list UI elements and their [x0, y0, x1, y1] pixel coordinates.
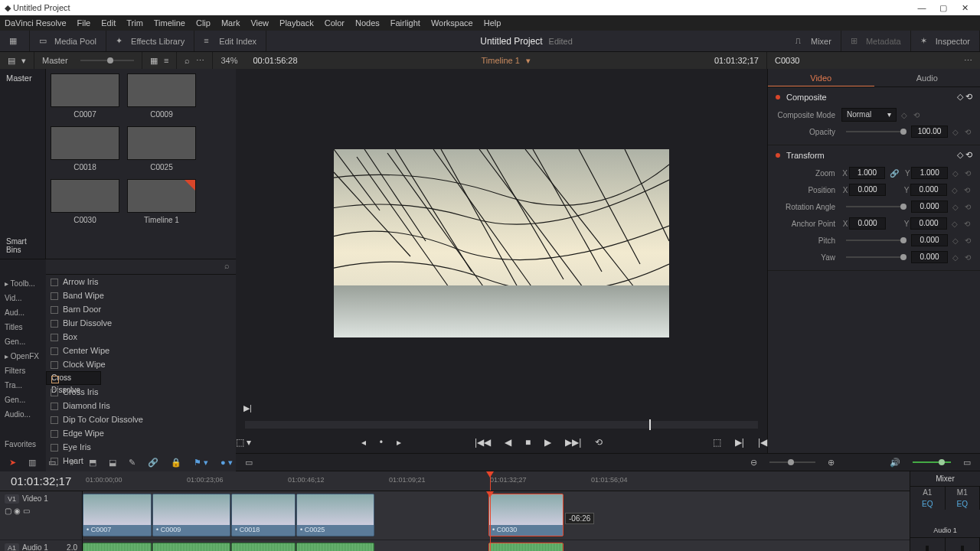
anchor-y[interactable]: 0.000: [910, 217, 947, 230]
fx-cat[interactable]: ▸ OpenFX: [0, 349, 46, 364]
last-frame-icon[interactable]: ▶▶|: [565, 437, 581, 448]
snap-icon[interactable]: ▭: [245, 458, 253, 468]
opacity-value[interactable]: 100.00: [911, 126, 948, 138]
tab-video[interactable]: Video: [768, 69, 874, 86]
mixer-ch-m1[interactable]: M1: [946, 487, 981, 498]
fx-item[interactable]: Eye Iris: [46, 440, 236, 454]
fx-item[interactable]: Edge Wipe: [46, 426, 236, 440]
match-frame-icon[interactable]: ⬚: [713, 437, 721, 448]
pos-y[interactable]: 0.000: [910, 184, 947, 196]
mixer-button[interactable]: ⎍Mixer: [786, 31, 841, 51]
zoom-y[interactable]: 1.000: [911, 167, 948, 179]
play-icon[interactable]: ▶: [544, 437, 551, 448]
menu-fairlight[interactable]: Fairlight: [390, 18, 420, 28]
clip-thumb[interactable]: C0018: [51, 126, 119, 171]
fx-cat[interactable]: Titles: [0, 320, 46, 334]
tab-audio[interactable]: Audio: [874, 69, 981, 86]
menu-file[interactable]: File: [77, 18, 91, 28]
close-button[interactable]: ✕: [954, 0, 975, 15]
audio-clip[interactable]: • C0018: [231, 543, 296, 551]
clip-thumb[interactable]: Timeline 1: [127, 179, 196, 224]
effects-library-button[interactable]: ✦Effects Library: [106, 31, 194, 51]
menu-mark[interactable]: Mark: [221, 18, 240, 28]
media-pool-button[interactable]: ▭Media Pool: [30, 31, 106, 51]
dim-icon[interactable]: ▭: [963, 458, 971, 468]
minimize-button[interactable]: —: [911, 0, 933, 15]
opacity-slider[interactable]: [846, 131, 906, 132]
fx-cat[interactable]: Filters: [0, 364, 46, 378]
zoom-x[interactable]: 1.000: [849, 167, 886, 179]
menu-davinci-resolve[interactable]: DaVinci Resolve: [5, 18, 67, 28]
layout-button[interactable]: ▦: [0, 31, 30, 51]
clip-thumb[interactable]: C0030: [51, 179, 119, 224]
fx-item[interactable]: Dip To Color Dissolve: [46, 412, 236, 426]
selection-tool-icon[interactable]: ➤: [9, 458, 16, 468]
edit-index-button[interactable]: ≡Edit Index: [194, 31, 266, 51]
maximize-button[interactable]: ▢: [933, 0, 954, 15]
fx-item[interactable]: Blur Dissolve: [46, 316, 236, 330]
fx-cat[interactable]: Audio...: [0, 407, 46, 422]
grid-view-icon[interactable]: ▦: [150, 56, 158, 66]
inspector-button[interactable]: ✶Inspector: [911, 31, 980, 51]
search-icon[interactable]: ⌕: [185, 56, 190, 65]
fx-item[interactable]: Barn Door: [46, 302, 236, 316]
blade-tool-icon[interactable]: ▥: [28, 458, 36, 468]
stop-icon[interactable]: ■: [525, 437, 531, 448]
pitch-value[interactable]: 0.000: [911, 234, 948, 246]
fx-favorites[interactable]: Favorites: [0, 437, 46, 452]
fx-cat[interactable]: Gen...: [0, 393, 46, 407]
menu-color[interactable]: Color: [325, 18, 345, 28]
fx-cat[interactable]: Tra...: [0, 378, 46, 393]
menu-workspace[interactable]: Workspace: [431, 18, 473, 28]
first-frame-icon[interactable]: |◀◀: [475, 437, 491, 448]
fx-cat[interactable]: ▸ Toolb...: [0, 276, 46, 291]
yaw-slider[interactable]: [846, 256, 906, 258]
effects-search[interactable]: [46, 259, 236, 275]
timeline-ruler[interactable]: 01:01:32;17 01:00:00;0001:00:23;0601:00:…: [0, 471, 910, 491]
fx-item[interactable]: Heart: [46, 454, 236, 468]
rotation-slider[interactable]: [846, 206, 906, 207]
track-header-a1[interactable]: A1Audio 1 2.0 M ◉ ▭: [0, 540, 83, 551]
fx-cat[interactable]: Gen...: [0, 334, 46, 349]
mute-icon[interactable]: 🔊: [890, 458, 900, 468]
play-icon[interactable]: ▶|: [243, 403, 252, 413]
track-header-v1[interactable]: V1Video 1 ▢ ◉ ▭: [0, 491, 83, 540]
composite-header[interactable]: Composite: [786, 93, 827, 102]
clip-thumb[interactable]: C0007: [51, 73, 119, 119]
mixer-ch-a1[interactable]: A1: [910, 487, 946, 498]
video-clip[interactable]: • C0025: [296, 494, 374, 536]
pitch-slider[interactable]: [846, 240, 906, 241]
video-clip[interactable]: • C0018: [231, 494, 296, 536]
next-clip-icon[interactable]: ▶|: [735, 437, 744, 448]
fx-item[interactable]: Box: [46, 330, 236, 344]
viewer-zoom[interactable]: 34%: [220, 56, 237, 65]
audio-clip[interactable]: • C0009: [152, 543, 230, 551]
play-reverse-icon[interactable]: ◀: [505, 437, 511, 448]
smart-bins[interactable]: Smart Bins: [0, 233, 45, 259]
fx-cat[interactable]: Aud...: [0, 305, 46, 320]
prev-clip-icon[interactable]: |◀: [758, 437, 767, 448]
timeline-name[interactable]: Timeline 1: [482, 56, 520, 65]
loop-icon[interactable]: ⟲: [595, 437, 603, 448]
zoom-in-icon[interactable]: ⊕: [828, 458, 835, 468]
rotation-value[interactable]: 0.000: [911, 201, 948, 213]
transform-header[interactable]: Transform: [786, 151, 825, 160]
anchor-x[interactable]: 0.000: [849, 217, 886, 230]
menu-playback[interactable]: Playback: [279, 18, 314, 28]
fx-item[interactable]: Band Wipe: [46, 289, 236, 302]
composite-mode-select[interactable]: Normal▾: [841, 108, 897, 122]
audio-clip[interactable]: • C0030: [488, 543, 564, 551]
metadata-button[interactable]: ⊞Metadata: [841, 31, 911, 51]
pos-x[interactable]: 0.000: [849, 184, 886, 196]
menu-clip[interactable]: Clip: [196, 18, 211, 28]
menu-edit[interactable]: Edit: [101, 18, 116, 28]
prev-edit-icon[interactable]: ◂: [361, 437, 366, 448]
fx-cat[interactable]: Vid...: [0, 291, 46, 305]
bin-name[interactable]: Master: [42, 56, 68, 65]
fx-item[interactable]: Center Wipe: [46, 344, 236, 357]
master-bin[interactable]: Master: [0, 69, 45, 87]
menu-timeline[interactable]: Timeline: [154, 18, 185, 28]
video-clip[interactable]: • C0007: [83, 494, 152, 536]
video-clip[interactable]: • C0009: [152, 494, 230, 536]
audio-clip[interactable]: • C0025: [296, 543, 374, 551]
